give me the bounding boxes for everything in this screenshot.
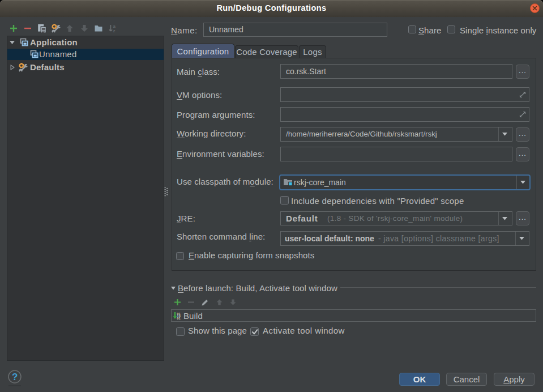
svg-text:z: z xyxy=(113,28,116,33)
svg-text:?: ? xyxy=(12,372,18,382)
svg-text:01: 01 xyxy=(177,317,181,320)
